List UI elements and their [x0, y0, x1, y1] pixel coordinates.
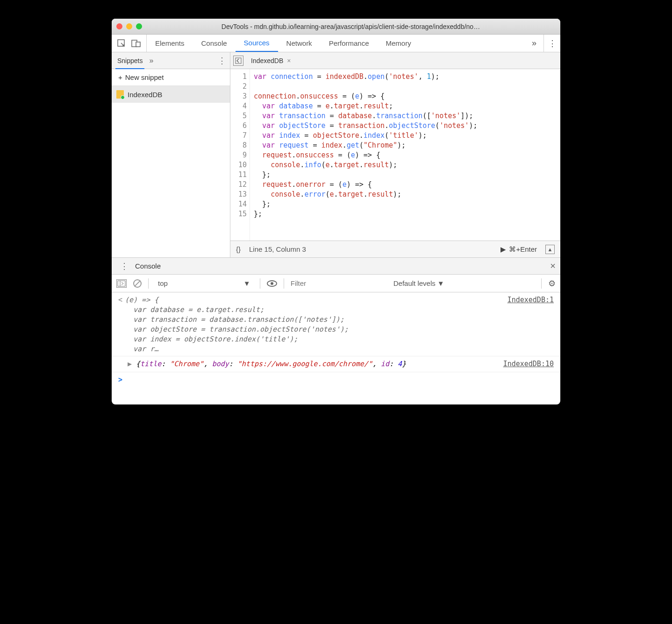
new-snippet-button[interactable]: + New snippet	[112, 69, 230, 86]
snippet-item[interactable]: IndexedDB	[112, 86, 230, 103]
minimize-button[interactable]	[126, 23, 132, 29]
snippet-list: IndexedDB	[112, 86, 230, 257]
svg-rect-3	[236, 58, 241, 64]
console-return-row[interactable]: < (e) => { var database = e.target.resul…	[112, 294, 560, 356]
new-snippet-label: New snippet	[125, 73, 164, 81]
context-label: top	[158, 279, 168, 287]
window-title: DevTools - mdn.github.io/learning-area/j…	[146, 23, 556, 30]
dropdown-icon: ▼	[437, 279, 444, 287]
return-chevron-icon: <	[118, 295, 125, 305]
inspect-icon[interactable]	[117, 39, 126, 48]
toggle-sidebar-icon[interactable]	[116, 279, 127, 288]
navigator-menu[interactable]: ⋮	[218, 56, 226, 66]
navigator-tabs: Snippets » ⋮	[112, 52, 230, 69]
expand-icon[interactable]: ▶	[128, 359, 136, 369]
drawer-header: ⋮ Console ×	[112, 258, 560, 275]
tab-performance[interactable]: Performance	[321, 35, 378, 52]
svg-rect-4	[118, 281, 125, 286]
plus-icon: +	[118, 73, 122, 81]
editor-tabbar: IndexedDB ×	[230, 52, 560, 69]
traffic-lights	[116, 23, 142, 29]
source-link[interactable]: IndexedDB:1	[508, 295, 554, 305]
console-toolbar: top ▼ Default levels ▼ ⚙	[112, 275, 560, 292]
context-selector[interactable]: top ▼	[155, 279, 253, 287]
prompt-chevron-icon: >	[118, 376, 122, 384]
gear-icon[interactable]: ⚙	[548, 278, 556, 289]
line-gutter: 123456789101112131415	[230, 69, 250, 241]
editor-statusbar: {} Line 15, Column 3 ▶ ⌘+Enter ▲	[230, 241, 560, 257]
console-prompt[interactable]: >	[112, 372, 560, 388]
drawer-menu[interactable]: ⋮	[116, 261, 132, 271]
console-body: < (e) => { var database = e.target.resul…	[112, 292, 560, 404]
editor-pane: IndexedDB × 123456789101112131415 var co…	[230, 52, 560, 257]
sources-workspace: Snippets » ⋮ + New snippet IndexedDB	[112, 52, 560, 258]
svg-rect-2	[136, 42, 140, 47]
console-info-row[interactable]: ▶ {title: "Chrome", body: "https://www.g…	[112, 356, 560, 372]
pretty-print-icon[interactable]: {}	[236, 245, 241, 253]
tab-network[interactable]: Network	[278, 35, 321, 52]
code-editor[interactable]: 123456789101112131415 var connection = i…	[230, 69, 560, 241]
tab-snippets[interactable]: Snippets	[115, 57, 144, 69]
svg-point-7	[271, 282, 273, 285]
maximize-button[interactable]	[136, 23, 142, 29]
run-snippet-button[interactable]: ▶ ⌘+Enter	[500, 245, 537, 254]
code-content[interactable]: var connection = indexedDB.open('notes',…	[250, 69, 560, 241]
kebab-menu[interactable]: ⋮	[543, 35, 560, 52]
source-link[interactable]: IndexedDB:10	[503, 359, 554, 369]
more-tabs[interactable]: »	[525, 35, 543, 52]
cursor-position: Line 15, Column 3	[249, 245, 306, 253]
tab-elements[interactable]: Elements	[147, 35, 193, 52]
snippet-name: IndexedDB	[128, 91, 162, 99]
editor-tab[interactable]: IndexedDB ×	[246, 55, 295, 66]
levels-label: Default levels	[393, 279, 436, 287]
object-preview: {title: "Chrome", body: "https://www.goo…	[136, 359, 503, 369]
toggle-debugger-icon[interactable]: ▲	[545, 245, 555, 254]
snippet-icon	[116, 90, 124, 99]
tab-console[interactable]: Console	[193, 35, 236, 52]
play-icon: ▶	[500, 245, 506, 254]
close-button[interactable]	[116, 23, 122, 29]
titlebar: DevTools - mdn.github.io/learning-area/j…	[112, 19, 560, 35]
return-value: (e) => { var database = e.target.result;…	[125, 295, 508, 354]
drawer-tab-console[interactable]: Console	[132, 262, 164, 270]
dropdown-icon: ▼	[243, 279, 250, 287]
panel-tabs: ElementsConsoleSourcesNetworkPerformance…	[112, 35, 560, 52]
show-navigator-icon[interactable]	[233, 56, 243, 66]
run-shortcut: ⌘+Enter	[509, 245, 537, 254]
navigator-sidebar: Snippets » ⋮ + New snippet IndexedDB	[112, 52, 230, 257]
filter-input-wrap	[291, 279, 384, 287]
tabs-container: ElementsConsoleSourcesNetworkPerformance…	[147, 35, 420, 52]
navigator-more[interactable]: »	[149, 57, 153, 65]
tab-sources[interactable]: Sources	[236, 35, 278, 52]
clear-console-icon[interactable]	[133, 279, 142, 288]
log-levels[interactable]: Default levels ▼	[391, 279, 447, 287]
drawer-close-icon[interactable]: ×	[550, 261, 556, 271]
tab-memory[interactable]: Memory	[378, 35, 420, 52]
close-tab-icon[interactable]: ×	[287, 57, 291, 64]
eye-icon[interactable]	[267, 280, 277, 287]
filter-input[interactable]	[291, 279, 384, 287]
editor-tab-label: IndexedDB	[251, 57, 283, 64]
devtools-window: DevTools - mdn.github.io/learning-area/j…	[112, 19, 560, 404]
device-icon[interactable]	[131, 40, 141, 47]
